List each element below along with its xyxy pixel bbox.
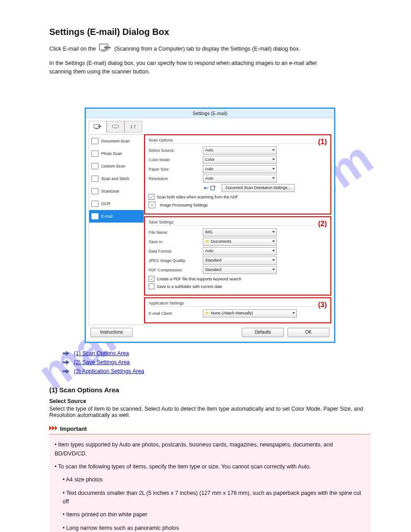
- save-settings-group: (2) Save Settings File Name:IMG Save in:…: [144, 216, 331, 296]
- application-settings-legend: Application Settings: [149, 301, 327, 307]
- color-mode-dropdown[interactable]: Color: [203, 156, 277, 164]
- image-processing-expand[interactable]: +: [149, 202, 155, 208]
- select-source-description: Select the type of item to be scanned. S…: [49, 406, 371, 418]
- section-links: (1) Scan Options Area (2) Save Settings …: [63, 350, 371, 374]
- link-scan-options[interactable]: (1) Scan Options Area: [74, 350, 129, 356]
- image-processing-label: Image Processing Settings: [160, 203, 208, 207]
- sidebar-item-custom-scan[interactable]: Custom Scan: [89, 160, 144, 172]
- important-note-box: • Item types supported by Auto are photo…: [49, 434, 371, 532]
- subfolder-date-checkbox[interactable]: [149, 283, 154, 289]
- marker-1: (1): [318, 138, 327, 146]
- sidebar-item-document-scan[interactable]: Document Scan: [89, 135, 144, 147]
- marker-3: (3): [318, 301, 327, 309]
- sidebar-item-ocr[interactable]: OCR: [89, 197, 144, 210]
- paper-size-label: Paper Size:: [149, 167, 200, 172]
- pdf-keyword-checkbox[interactable]: [149, 276, 154, 282]
- resolution-dropdown[interactable]: Auto: [203, 175, 277, 183]
- adf-both-sides-label: Scan both sides when scanning from the A…: [157, 195, 238, 199]
- data-format-dropdown[interactable]: Auto: [203, 247, 277, 255]
- svg-rect-4: [112, 125, 119, 128]
- pdf-compression-dropdown[interactable]: Standard: [203, 266, 277, 274]
- select-source-label: Select Source:: [149, 148, 200, 153]
- svg-rect-1: [102, 51, 106, 51]
- subfolder-date-label: Save to a subfolder with current date: [157, 284, 223, 289]
- save-in-label: Save in:: [149, 240, 200, 244]
- link-save-settings[interactable]: (2) Save Settings Area: [74, 359, 130, 365]
- orientation-settings-button[interactable]: Document Scan Orientation Settings...: [222, 184, 295, 192]
- sidebar-item-photo-scan[interactable]: Photo Scan: [89, 147, 144, 160]
- instructions-button[interactable]: Instructions: [90, 328, 133, 337]
- tab-general-settings[interactable]: [124, 121, 142, 133]
- email-client-label: E-mail Client:: [149, 311, 200, 316]
- svg-rect-10: [211, 186, 215, 190]
- arrow-right-icon: [63, 369, 69, 374]
- marker-2: (2): [318, 220, 327, 228]
- intro-paragraph: Click E-mail on the (Scanning from a Com…: [49, 43, 336, 53]
- resolution-label: Resolution:: [149, 176, 200, 181]
- arrow-right-icon: [63, 351, 69, 356]
- page-title: Settings (E-mail) Dialog Box: [49, 27, 371, 37]
- sidebar-item-scan-and-stitch[interactable]: Scan and Stitch: [89, 172, 144, 185]
- pdf-compression-label: PDF Compression:: [149, 268, 200, 272]
- svg-rect-3: [95, 129, 98, 129]
- file-name-label: File Name:: [149, 230, 200, 235]
- svg-point-7: [131, 127, 132, 128]
- tab-scan-from-computer[interactable]: [89, 121, 107, 133]
- save-in-dropdown[interactable]: Documents: [203, 238, 277, 246]
- intro-paragraph-2: In the Settings (E-mail) dialog box, you…: [49, 59, 336, 77]
- chevrons-right-icon: [49, 425, 57, 432]
- save-settings-legend: Save Settings: [149, 220, 327, 226]
- jpeg-quality-dropdown[interactable]: Standard: [203, 257, 277, 265]
- monitor-arrow-icon: [99, 43, 111, 53]
- ok-button[interactable]: OK: [287, 328, 330, 337]
- email-client-dropdown[interactable]: None (Attach Manually): [203, 309, 297, 317]
- adf-both-sides-checkbox[interactable]: [149, 194, 154, 200]
- scan-options-legend: Scan Options: [149, 138, 327, 144]
- color-mode-label: Color Mode:: [149, 158, 200, 162]
- sidebar-item-scangear[interactable]: ScanGear: [89, 185, 144, 197]
- sidebar-item-email[interactable]: E-mail: [89, 210, 144, 223]
- pdf-keyword-label: Create a PDF file that supports keyword …: [157, 277, 241, 281]
- paper-size-dropdown[interactable]: Auto: [203, 165, 277, 173]
- svg-point-9: [134, 125, 136, 126]
- link-application-settings[interactable]: (3) Application Settings Area: [74, 368, 144, 374]
- scan-options-area-heading: (1) Scan Options Area: [49, 386, 371, 394]
- defaults-button[interactable]: Defaults: [242, 328, 284, 337]
- arrow-right-icon: [63, 360, 69, 365]
- tab-scan-from-panel[interactable]: [107, 121, 124, 133]
- orientation-icons: [203, 185, 216, 191]
- important-heading: Important: [49, 425, 371, 432]
- svg-point-5: [115, 128, 116, 129]
- scan-options-group: (1) Scan Options Select Source:Auto Colo…: [144, 134, 331, 215]
- sidebar: Document Scan Photo Scan Custom Scan Sca…: [89, 134, 144, 325]
- select-source-heading: Select Source: [49, 398, 371, 404]
- jpeg-quality-label: JPEG Image Quality:: [149, 258, 200, 263]
- application-settings-group: (3) Application Settings E-mail Client:N…: [144, 297, 331, 323]
- file-name-dropdown[interactable]: IMG: [203, 228, 277, 236]
- data-format-label: Data Format:: [149, 249, 200, 253]
- settings-dialog-screenshot: Settings (E-mail) Document Scan Photo Sc…: [85, 107, 335, 343]
- select-source-dropdown[interactable]: Auto: [203, 146, 277, 154]
- window-title-bar: Settings (E-mail): [86, 109, 334, 118]
